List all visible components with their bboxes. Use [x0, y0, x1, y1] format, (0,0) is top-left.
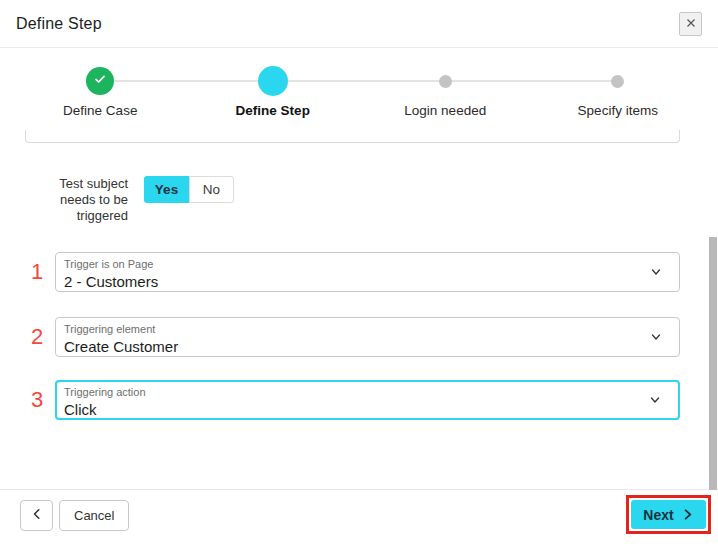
next-button[interactable]: Next: [631, 500, 706, 529]
dropdown-label: Trigger is on Page: [64, 258, 639, 271]
scrolled-field-partial: [25, 130, 680, 143]
annotation-number-2: 2: [26, 324, 48, 350]
step-label: Login needed: [404, 103, 486, 118]
step-label: Define Step: [236, 103, 310, 118]
chevron-down-icon: [649, 330, 663, 344]
vertical-scrollbar-thumb[interactable]: [709, 237, 717, 490]
dialog-header: Define Step: [0, 0, 718, 48]
dropdown-value: 2 - Customers: [64, 273, 639, 291]
dropdown-value: Create Customer: [64, 338, 639, 356]
dialog-footer: Cancel Next: [0, 489, 718, 546]
step-active-dot: [258, 66, 288, 96]
stepper-step-define-case: Define Case: [14, 66, 187, 118]
dropdown-label: Triggering element: [64, 323, 639, 336]
cancel-button[interactable]: Cancel: [59, 500, 129, 531]
stepper-step-login-needed: Login needed: [359, 66, 532, 118]
step-label: Specify items: [578, 103, 658, 118]
trigger-toggle-group: Yes No: [144, 176, 234, 203]
annotation-number-3: 3: [26, 387, 48, 413]
annotation-number-1: 1: [26, 259, 48, 285]
step-completed-dot: [86, 67, 114, 95]
stepper-step-define-step: Define Step: [187, 66, 360, 118]
chevron-right-icon: [681, 508, 694, 521]
toggle-option-yes[interactable]: Yes: [144, 176, 189, 203]
step-pending-dot: [611, 75, 624, 88]
stepper-step-specify-items: Specify items: [532, 66, 705, 118]
cancel-button-label: Cancel: [74, 508, 114, 523]
back-button[interactable]: [20, 500, 53, 531]
dropdown-value: Click: [64, 401, 639, 419]
close-button[interactable]: [679, 12, 702, 36]
toggle-option-no[interactable]: No: [189, 176, 234, 203]
define-step-dialog: Define Step Define Case: [0, 0, 718, 546]
triggering-action-dropdown[interactable]: Triggering action Click: [55, 380, 680, 420]
dropdown-label: Triggering action: [64, 386, 639, 399]
close-icon: [685, 15, 697, 33]
chevron-down-icon: [648, 393, 662, 407]
step-label: Define Case: [63, 103, 137, 118]
next-button-label: Next: [643, 507, 673, 523]
trigger-toggle-label: Test subject needs to be triggered: [36, 176, 128, 224]
wizard-stepper: Define Case Define Step Login needed Spe…: [14, 66, 704, 122]
check-icon: [92, 71, 108, 91]
trigger-page-dropdown[interactable]: Trigger is on Page 2 - Customers: [55, 252, 680, 292]
next-button-highlight: Next: [626, 495, 711, 534]
step-pending-dot: [439, 75, 452, 88]
dialog-title: Define Step: [16, 15, 102, 33]
chevron-left-icon: [30, 507, 44, 525]
triggering-element-dropdown[interactable]: Triggering element Create Customer: [55, 317, 680, 357]
chevron-down-icon: [649, 265, 663, 279]
